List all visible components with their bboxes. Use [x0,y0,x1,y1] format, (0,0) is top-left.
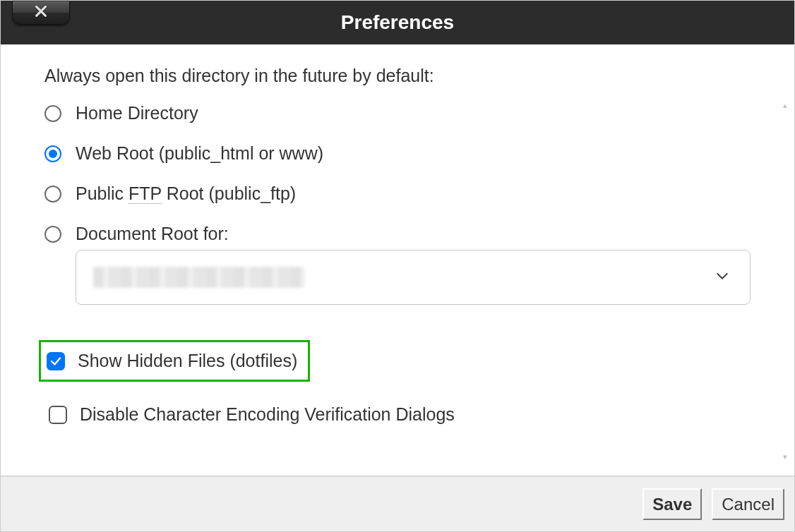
radio-label: Web Root (public_html or www) [76,143,323,164]
checkbox-label: Disable Character Encoding Verification … [80,404,455,425]
radio-label: Public FTP Root (public_ftp) [76,183,296,204]
scroll-up-icon: ▴ [780,101,790,110]
document-root-select-wrap [76,250,751,305]
dialog-title: Preferences [341,11,454,34]
radio-icon [44,226,61,243]
checkbox-icon [49,406,67,424]
dialog-body: Always open this directory in the future… [1,44,794,476]
checkbox-group: Show Hidden Files (dotfiles) Disable Cha… [44,340,751,428]
document-root-value [93,267,305,288]
default-directory-heading: Always open this directory in the future… [44,66,751,86]
close-icon [33,4,49,22]
scrollbar[interactable]: ▴ ▾ [780,101,790,461]
radio-icon [44,145,61,162]
checkbox-label: Show Hidden Files (dotfiles) [78,351,297,371]
dialog-footer: Save Cancel [1,476,794,531]
radio-public-ftp-root[interactable]: Public FTP Root (public_ftp) [44,183,751,204]
save-button[interactable]: Save [642,488,702,520]
radio-label: Document Root for: [76,224,229,244]
checkbox-show-hidden-files[interactable]: Show Hidden Files (dotfiles) [39,340,310,382]
radio-label: Home Directory [76,103,198,123]
document-root-select[interactable] [76,250,751,305]
chevron-down-icon [715,268,730,286]
checkbox-icon [47,352,65,370]
radio-web-root[interactable]: Web Root (public_html or www) [44,143,751,164]
radio-icon [44,105,61,122]
radio-icon [44,186,61,202]
scroll-down-icon: ▾ [780,452,790,461]
radio-document-root[interactable]: Document Root for: [44,224,751,244]
cancel-button[interactable]: Cancel [712,488,784,520]
close-button[interactable] [12,1,70,25]
preferences-dialog: Preferences Always open this directory i… [0,0,795,532]
checkbox-disable-encoding-verification[interactable]: Disable Character Encoding Verification … [44,401,751,428]
dialog-header: Preferences [1,1,794,44]
radio-home-directory[interactable]: Home Directory [44,103,751,123]
